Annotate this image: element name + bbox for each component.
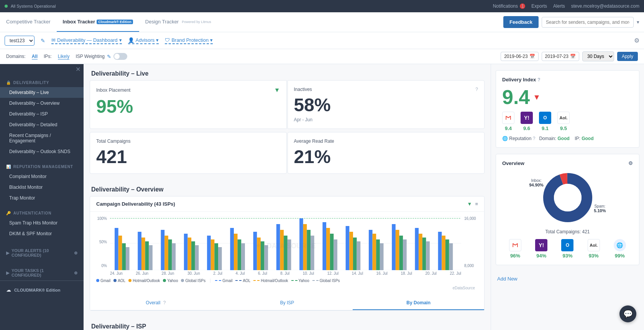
sidebar-tasks-group[interactable]: ▶ YOUR TASKS (1 CONFIGURED) ⊕ — [0, 265, 84, 279]
days-select[interactable]: 30 Days — [582, 51, 614, 61]
search-input[interactable] — [542, 17, 634, 28]
legend-global-bar: Global ISPs — [181, 279, 205, 283]
legend-aol-line: AOL — [235, 279, 250, 283]
sidebar-item-deliverability-overview[interactable]: Deliverability – Overview — [0, 98, 84, 109]
hotmail-line-icon — [253, 280, 260, 281]
settings-icon[interactable]: ⚙ — [634, 37, 639, 44]
second-nav: test123 ✎ ✉ Deliverability — Dashboard ▾… — [0, 32, 644, 49]
sidebar-alerts-group[interactable]: ▶ YOUR ALERTS (10 CONFIGURED) ⊕ — [0, 245, 84, 259]
svg-rect-53 — [396, 230, 399, 270]
svg-rect-11 — [149, 245, 153, 270]
svg-rect-5 — [118, 236, 122, 270]
isp-weighting-edit-icon[interactable]: ✎ — [107, 54, 111, 59]
overview-settings-icon[interactable]: ⚙ — [628, 160, 633, 166]
live-cards-grid-2: Total Campaigns 421 Average Read Rate 21… — [84, 132, 491, 180]
nav-advisors[interactable]: 👤 Advisors ▾ — [128, 37, 159, 44]
sidebar-item-recent-campaigns[interactable]: Recent Campaigns / Engagement — [0, 130, 84, 146]
overview-panel-title: Overview ⚙ — [502, 160, 633, 166]
calendar-start-icon[interactable]: 📅 — [529, 54, 535, 59]
sidebar-item-deliverability-isp[interactable]: Deliverability – ISP — [0, 109, 84, 119]
svg-rect-33 — [280, 230, 284, 270]
add-alert-icon[interactable]: ⊕ — [74, 251, 77, 256]
calendar-end-icon[interactable]: 📅 — [570, 54, 576, 59]
ips-likely[interactable]: Likely — [58, 54, 70, 59]
overall-help-icon[interactable]: ? — [163, 300, 166, 305]
donut-svg — [537, 171, 598, 224]
isp-scores-row: 9.4 Y! 9.6 O 9.1 — [502, 112, 633, 131]
legend-gmail-bar: Gmail — [96, 279, 110, 283]
chat-icon: 💬 — [623, 309, 633, 318]
sidebar-item-blacklist-monitor[interactable]: Blacklist Monitor — [0, 182, 84, 193]
isp-section-title: Deliverability – ISP — [84, 317, 491, 330]
outlook-score: 9.1 — [542, 125, 549, 131]
svg-rect-49 — [373, 234, 376, 270]
svg-rect-36 — [299, 218, 303, 270]
domains-all[interactable]: All — [32, 54, 38, 59]
sidebar-item-spam-trap[interactable]: Spam Trap Hits Monitor — [0, 218, 84, 228]
chat-bubble[interactable]: 💬 — [619, 305, 636, 322]
rep-help-icon[interactable]: ? — [533, 136, 536, 141]
add-task-icon[interactable]: ⊕ — [74, 271, 77, 276]
sidebar-item-deliverability-detailed[interactable]: Deliverability – Detailed — [0, 119, 84, 130]
bar-chart-svg — [110, 216, 461, 270]
domains-label: Domains: — [6, 54, 26, 59]
sender-select[interactable]: test123 — [5, 36, 34, 46]
delivery-index-help-icon[interactable]: ? — [537, 77, 540, 82]
sidebar-reputation-header: 📊 REPUTATION MANAGEMENT — [0, 163, 84, 171]
sidebar-item-complaint-monitor[interactable]: Complaint Monitor — [0, 171, 84, 182]
apply-button[interactable]: Apply — [617, 52, 638, 61]
edatasource-credit: eDataSource — [96, 284, 478, 292]
date-end-input[interactable]: 2019-07-23 📅 — [542, 52, 579, 61]
user-email[interactable]: steve.mcelroy@edatasource.com — [571, 3, 639, 9]
sidebar-footer: ☁ CLOUDMARK® Edition — [0, 280, 84, 299]
chart-menu-icon[interactable]: ≡ — [475, 201, 478, 207]
svg-rect-34 — [284, 236, 288, 270]
global-line-icon — [312, 280, 319, 281]
edit-sender-icon[interactable]: ✎ — [41, 38, 45, 44]
svg-rect-10 — [145, 241, 149, 270]
nav-deliverability[interactable]: ✉ Deliverability — Dashboard ▾ — [51, 37, 122, 44]
svg-rect-26 — [238, 239, 242, 270]
sidebar-item-deliverability-live[interactable]: Deliverability – Live — [0, 87, 84, 98]
inactives-value: 58% — [294, 95, 478, 116]
nav-dropdown-icon: ▾ — [119, 37, 122, 43]
tab-by-domain[interactable]: By Domain — [353, 296, 484, 310]
add-new-button[interactable]: Add New — [491, 271, 644, 286]
tab-design-tracker[interactable]: Design Tracker Powered by Litmus — [139, 12, 217, 32]
person-icon: 👤 — [128, 37, 134, 43]
top-bar-left: All Systems Operational — [5, 4, 56, 8]
inbox-filter-icon[interactable]: ▼ — [274, 87, 280, 94]
svg-rect-41 — [326, 228, 330, 270]
chart-filter-icon[interactable]: ▼ — [467, 201, 472, 207]
exports-link[interactable]: Exports — [531, 3, 547, 9]
svg-rect-28 — [253, 232, 257, 270]
svg-rect-31 — [264, 245, 268, 270]
tab-competitive-tracker[interactable]: Competitive Tracker — [0, 12, 57, 32]
svg-rect-45 — [349, 232, 353, 270]
sidebar-item-outlook-snds[interactable]: Deliverability – Outlook SNDS — [0, 146, 84, 157]
search-dropdown-icon[interactable]: ▾ — [637, 19, 639, 25]
top-bar-right: Notifications 1 Exports Alerts steve.mce… — [493, 3, 639, 9]
yahoo-score: 9.6 — [523, 125, 530, 131]
alerts-link[interactable]: Alerts — [553, 3, 565, 9]
legend-yahoo-bar: Yahoo — [163, 279, 178, 283]
tab-inbox-tracker[interactable]: Inbox Tracker Cloudmark® Edition — [57, 12, 139, 32]
feedback-button[interactable]: Feedback — [503, 16, 539, 28]
top-bar: All Systems Operational Notifications 1 … — [0, 0, 644, 12]
inactives-help-icon[interactable]: ? — [475, 87, 478, 92]
chart-header: Campaign Deliverability (43 ISPs) ▼ ≡ — [90, 196, 484, 212]
tab-overall[interactable]: Overall ? — [90, 296, 222, 310]
sidebar-item-trap-monitor[interactable]: Trap Monitor — [0, 193, 84, 203]
tab-by-isp[interactable]: By ISP — [222, 296, 353, 310]
nav-brand-protection[interactable]: 🛡 Brand Protection ▾ — [165, 37, 213, 44]
delivery-index-value: 9.4 — [502, 87, 530, 107]
date-start-input[interactable]: 2019-06-23 📅 — [501, 52, 538, 61]
svg-rect-14 — [168, 239, 172, 270]
isp-weighting-toggle[interactable] — [113, 53, 127, 60]
inbox-placement-title: Inbox Placement ▼ — [96, 87, 280, 94]
sidebar-close-icon[interactable]: ✕ — [76, 66, 80, 73]
notifications-link[interactable]: Notifications 1 — [493, 3, 526, 9]
live-section-title: Deliverability – Live — [84, 64, 491, 80]
chevron-right-icon: ▶ — [6, 251, 9, 256]
sidebar-item-dkim-spf[interactable]: DKIM & SPF Monitor — [0, 228, 84, 239]
